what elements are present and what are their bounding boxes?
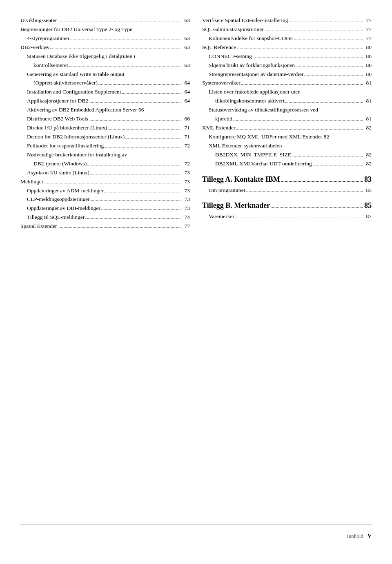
toc-dots xyxy=(233,120,363,120)
toc-page-num: 87 xyxy=(363,212,372,221)
toc-heading-text: Tillegg A. Kontakte IBM xyxy=(202,174,280,185)
footer-page: V xyxy=(368,533,372,539)
toc-page-num: 80 xyxy=(363,43,372,52)
toc-entry: Om programmet83 xyxy=(202,186,372,195)
toc-entry-text: Aktivering av DB2 Embedded Application S… xyxy=(20,107,144,113)
toc-entry-text: 4-styreprogrammer xyxy=(20,34,69,43)
footer-label: Innhold xyxy=(347,533,363,539)
toc-page-num: 77 xyxy=(363,25,372,34)
toc-dots xyxy=(241,84,363,85)
toc-entry-text: Statusen Database ikke tilgjengelig i de… xyxy=(20,52,135,61)
toc-dots xyxy=(296,67,363,67)
toc-entry-text: Distribuere DB2 Web Tools xyxy=(20,115,88,123)
toc-entry: Skjema brukt av forklaringsfunksjonen80 xyxy=(202,61,372,70)
toc-page-num: 64 xyxy=(182,97,190,105)
page-container: Utviklingssenter63Begrensninger for DB2 … xyxy=(0,0,392,564)
toc-entry: Spatial Extender77 xyxy=(20,222,190,231)
toc-dots xyxy=(89,102,181,103)
toc-entry-text: Demon for DB2 Informasjonssenter (Linux) xyxy=(20,133,125,141)
toc-heading-entry: Tillegg B. Merknader85 xyxy=(202,200,372,212)
toc-entry: Nødvendige brukerkontoer for installerin… xyxy=(20,151,190,159)
toc-entry-text: tilkoblingskonsentrator aktivert xyxy=(202,97,285,105)
right-column: Verifisere Spatial Extender-installering… xyxy=(202,16,372,516)
toc-entry-text: Spatial Extender xyxy=(20,222,57,231)
toc-entry-text: Utviklingssenter xyxy=(20,16,57,25)
toc-entry-text: Varemerker xyxy=(202,212,234,221)
toc-entry-text: Generering av standard write to table ou… xyxy=(20,70,124,79)
toc-entry: DB2-tjenere (Windows)72 xyxy=(20,160,190,168)
toc-dots xyxy=(304,76,363,76)
toc-entry-text: Konfigurere MQ XML-UDFer med XML Extende… xyxy=(202,134,329,140)
toc-entry: Direkte I/U på blokkenheter (Linux)71 xyxy=(20,124,190,132)
toc-entry: Applikasjonstjener for DB264 xyxy=(20,97,190,105)
toc-page-num: 71 xyxy=(182,133,190,141)
toc-dots xyxy=(289,22,363,22)
toc-entry: Generering av standard write to table ou… xyxy=(20,70,190,79)
toc-entry-text: Begrensninger for DB2 Universal Type 2- … xyxy=(20,25,132,34)
toc-page-num: 64 xyxy=(182,79,190,87)
toc-dots xyxy=(285,102,363,103)
toc-entry-text: CLP-meldingsoppdateringer xyxy=(20,195,90,204)
toc-entry: Installation and Configuration Supplemen… xyxy=(20,88,190,96)
toc-dots xyxy=(253,58,363,58)
toc-entry: Systemovervåker81 xyxy=(202,79,372,87)
toc-entry: Aktivering av DB2 Embedded Application S… xyxy=(20,106,190,114)
toc-dots xyxy=(58,227,181,228)
toc-entry: XML Extender-systemvariabelen xyxy=(202,142,372,150)
toc-entry: DB2-verktøy63 xyxy=(20,43,190,52)
toc-entry-text: Skjema brukt av forklaringsfunksjonen xyxy=(202,61,295,70)
toc-entry: Tillegg til SQL-meldinger74 xyxy=(20,213,190,222)
toc-page-num: 63 xyxy=(182,16,190,25)
toc-entry-text: DB2-verktøy xyxy=(20,43,49,52)
toc-dots xyxy=(98,84,181,85)
toc-page-num: 74 xyxy=(182,213,190,222)
toc-dots xyxy=(91,201,181,201)
toc-entry-text: Direkte I/U på blokkenheter (Linux) xyxy=(20,124,107,132)
toc-heading-text: Tillegg B. Merknader xyxy=(202,200,270,212)
toc-entry: Verifisere Spatial Extender-installering… xyxy=(202,16,372,25)
toc-entry: tilkoblingskonsentrator aktivert81 xyxy=(202,97,372,105)
toc-page-num: 80 xyxy=(363,61,372,70)
toc-dots xyxy=(236,129,363,129)
toc-entry: Meldinger73 xyxy=(20,178,190,186)
toc-dots xyxy=(122,93,181,94)
toc-page-num: 72 xyxy=(182,142,190,150)
toc-page-num: 63 xyxy=(182,43,190,52)
toc-dots xyxy=(101,210,181,210)
toc-page-num: 63 xyxy=(182,34,190,43)
toc-dots xyxy=(104,192,181,192)
toc-dots xyxy=(85,218,181,219)
toc-dots xyxy=(235,218,363,218)
toc-page-num: 77 xyxy=(363,16,372,25)
toc-dots xyxy=(237,49,363,49)
toc-entry-text: SQL-administrasjonsrutiner xyxy=(202,25,264,34)
toc-entry-text: Tillegg til SQL-meldinger xyxy=(20,213,85,222)
toc-page-num: 63 xyxy=(182,61,190,70)
toc-entry-text: CONNECT-setning xyxy=(202,52,252,61)
toc-entry-text: (Opprett aktivitetsovervåker) xyxy=(20,79,98,87)
toc-dots xyxy=(125,138,181,138)
toc-dots xyxy=(50,49,181,49)
toc-dots xyxy=(313,165,363,165)
toc-entry-text: Installation and Configuration Supplemen… xyxy=(20,88,121,96)
toc-entry: Konfigurere MQ XML-UDFer med XML Extende… xyxy=(202,133,372,141)
toc-entry: XML Extender82 xyxy=(202,124,372,132)
toc-dots xyxy=(271,207,363,208)
toc-entry-text: Statusovervåking av tilbakestillingspros… xyxy=(202,106,318,114)
toc-entry: Varemerker87 xyxy=(202,212,372,221)
footer: Innhold V xyxy=(20,524,372,539)
toc-entry-text: Applikasjonstjener for DB2 xyxy=(20,97,88,105)
toc-entry: kontrollsenteret63 xyxy=(20,61,190,70)
toc-entry: Strengrepresentasjoner av datetime-verdi… xyxy=(202,70,372,79)
toc-page-num: 72 xyxy=(182,160,190,168)
toc-entry: kjøretid81 xyxy=(202,115,372,123)
toc-columns: Utviklingssenter63Begrensninger for DB2 … xyxy=(20,16,372,516)
toc-entry: Statusen Database ikke tilgjengelig i de… xyxy=(20,52,190,61)
toc-entry: DB2XML.XMLVarchar UDT-omdefinering82 xyxy=(202,160,372,168)
toc-entry-text: Nødvendige brukerkontoer for installerin… xyxy=(20,151,127,159)
toc-dots xyxy=(70,40,181,40)
toc-page-num: 80 xyxy=(363,52,372,61)
toc-dots xyxy=(294,40,363,40)
toc-page-num: 82 xyxy=(363,160,372,168)
toc-entry: 4-styreprogrammer63 xyxy=(20,34,190,43)
